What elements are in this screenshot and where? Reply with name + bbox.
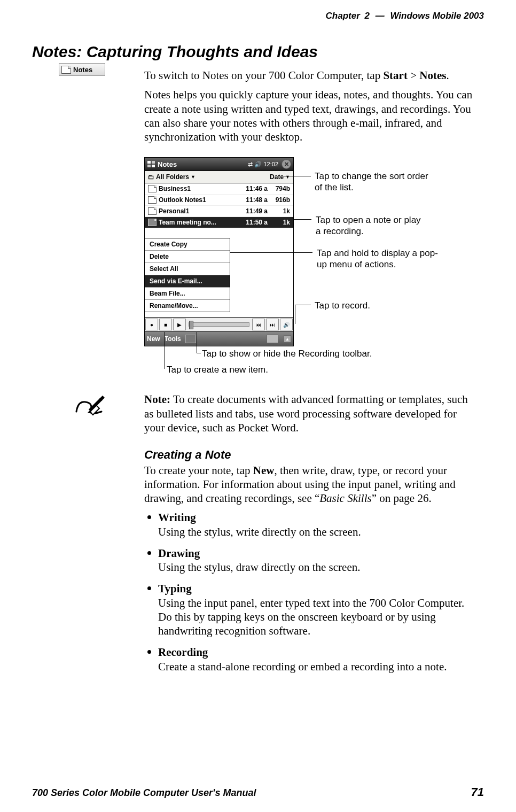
- item-size: 1k: [268, 219, 290, 226]
- callout-new: Tap to create a new item.: [167, 365, 268, 375]
- method-writing: Writing Using the stylus, write directly…: [144, 511, 479, 539]
- recording-toolbar-toggle[interactable]: [185, 335, 196, 343]
- creating-note-intro: To create your note, tap New, then write…: [144, 463, 479, 506]
- record-button[interactable]: ●: [145, 319, 158, 330]
- item-name: Team meeting no...: [159, 219, 238, 226]
- context-menu: Create Copy Delete Select All Send via E…: [144, 238, 230, 312]
- text: To create your note, tap: [144, 464, 253, 477]
- item-time: 11:46 a: [238, 185, 268, 192]
- menu-rename-move[interactable]: Rename/Move...: [144, 300, 230, 312]
- manual-page: Chapter 2 — Windows Mobile 2003 Notes: C…: [0, 0, 516, 812]
- note-body: To create documents with advanced format…: [144, 393, 468, 434]
- connectivity-icon: ⇄: [248, 161, 253, 168]
- sip-up-arrow[interactable]: ▲: [284, 335, 291, 343]
- menu-select-all[interactable]: Select All: [144, 263, 230, 275]
- menu-delete[interactable]: Delete: [144, 251, 230, 263]
- play-button[interactable]: ▶: [173, 319, 186, 330]
- leader-line: [230, 252, 312, 253]
- intro-paragraph-1: To switch to Notes on your 700 Color Com…: [144, 68, 479, 82]
- method-desc: Using the stylus, draw directly on the s…: [158, 561, 361, 574]
- bottom-menubar: New Tools ▲: [144, 332, 294, 346]
- windows-flag-icon[interactable]: [147, 160, 155, 168]
- method-name: Typing: [158, 582, 192, 595]
- item-time: 11:50 a: [238, 219, 268, 226]
- notes-chip: Notes: [59, 63, 105, 76]
- method-name: Recording: [158, 646, 208, 659]
- folder-dropdown[interactable]: 🗀 All Folders ▼: [148, 173, 196, 181]
- section-title: Notes: Capturing Thoughts and Ideas: [32, 43, 484, 61]
- item-name: Personal1: [159, 207, 238, 215]
- note-file-icon: [148, 207, 157, 215]
- header-title: Windows Mobile 2003: [390, 11, 484, 21]
- status-area: ⇄ 🔊 12:02: [248, 161, 278, 168]
- rewind-button[interactable]: ⏮: [252, 319, 265, 330]
- intro-paragraph-2: Notes helps you quickly capture your ide…: [144, 88, 479, 144]
- list-item[interactable]: Outlook Notes1 11:48 a 916b: [145, 195, 293, 206]
- item-size: 1k: [268, 207, 290, 215]
- method-name: Writing: [158, 511, 196, 524]
- callout-record: Tap to record.: [315, 300, 370, 311]
- menu-create-copy[interactable]: Create Copy: [144, 238, 230, 251]
- close-ok-button[interactable]: ✕: [282, 159, 291, 169]
- leader-line: [197, 331, 197, 353]
- new-menu[interactable]: New: [147, 335, 160, 343]
- creating-note-heading: Creating a Note: [144, 447, 479, 462]
- callout-showhide: Tap to show or hide the Recording toolba…: [202, 349, 372, 359]
- page-footer: 700 Series Color Mobile Computer User's …: [32, 785, 484, 799]
- notes-label: Notes: [419, 69, 446, 82]
- forward-button[interactable]: ⏭: [266, 319, 279, 330]
- header-dash: —: [376, 11, 385, 21]
- speaker-icon: 🔊: [254, 161, 262, 168]
- chevron-down-icon: ▼: [191, 174, 196, 180]
- leader-line: [284, 176, 311, 176]
- app-title: Notes: [158, 160, 177, 168]
- text: .: [446, 69, 449, 82]
- list-item-selected[interactable]: Team meeting no... 11:50 a 1k: [145, 217, 293, 228]
- svg-rect-3: [152, 165, 155, 167]
- note-list: Business1 11:46 a 794b Outlook Notes1 11…: [144, 183, 294, 318]
- folder-label: All Folders: [156, 173, 189, 181]
- tools-menu[interactable]: Tools: [165, 335, 181, 343]
- recording-toolbar: ● ■ ▶ ⏮ ⏭ 🔊: [144, 318, 294, 332]
- leader-line: [294, 219, 311, 220]
- pda-screenshot: Notes ⇄ 🔊 12:02 ✕ 🗀 All Folders ▼ Date: [144, 157, 294, 346]
- svg-rect-2: [147, 165, 151, 167]
- pencil-note-icon: [75, 396, 105, 418]
- menu-beam-file[interactable]: Beam File...: [144, 288, 230, 300]
- method-name: Drawing: [158, 547, 200, 560]
- leader-line: [197, 353, 201, 353]
- callout-open: Tap to open a note or play a recording.: [316, 215, 428, 237]
- callout-sort: Tap to change the sort order of the list…: [315, 171, 432, 193]
- figure-zone: Notes ⇄ 🔊 12:02 ✕ 🗀 All Folders ▼ Date: [144, 157, 484, 387]
- chapter-label: Chapter: [326, 11, 360, 21]
- callout-hold: Tap and hold to display a pop-up menu of…: [317, 248, 440, 270]
- leader-line: [295, 305, 311, 305]
- list-item[interactable]: Personal1 11:49 a 1k: [145, 206, 293, 217]
- sort-label: Date: [270, 173, 284, 181]
- manual-title: 700 Series Color Mobile Computer User's …: [32, 787, 256, 799]
- item-size: 794b: [268, 185, 290, 192]
- item-time: 11:48 a: [238, 196, 268, 204]
- playback-slider[interactable]: [189, 322, 249, 327]
- start-label: Start: [383, 69, 408, 82]
- clock: 12:02: [263, 161, 278, 167]
- list-item[interactable]: Business1 11:46 a 794b: [145, 183, 293, 195]
- margin-notes-app-chip: Notes: [59, 63, 105, 76]
- methods-list: Writing Using the stylus, write directly…: [144, 511, 479, 674]
- sort-dropdown[interactable]: Date ▼: [270, 173, 290, 181]
- svg-rect-0: [147, 161, 151, 164]
- text: To switch to Notes on your 700 Color Com…: [144, 69, 383, 82]
- menu-send-email[interactable]: Send via E-mail...: [144, 275, 230, 288]
- chevron-down-icon: ▼: [285, 174, 290, 180]
- volume-button[interactable]: 🔊: [280, 319, 293, 330]
- new-label: New: [253, 464, 275, 477]
- notes-chip-label: Notes: [73, 66, 92, 74]
- sip-keyboard-button[interactable]: [267, 335, 278, 343]
- method-desc: Create a stand-alone recording or embed …: [158, 660, 447, 673]
- method-recording: Recording Create a stand-alone recording…: [144, 645, 479, 674]
- note-file-icon: [148, 185, 157, 192]
- note-file-icon: [148, 219, 157, 226]
- text: ” on page 26.: [372, 492, 432, 505]
- folder-icon: 🗀: [148, 173, 154, 181]
- stop-button[interactable]: ■: [159, 319, 172, 330]
